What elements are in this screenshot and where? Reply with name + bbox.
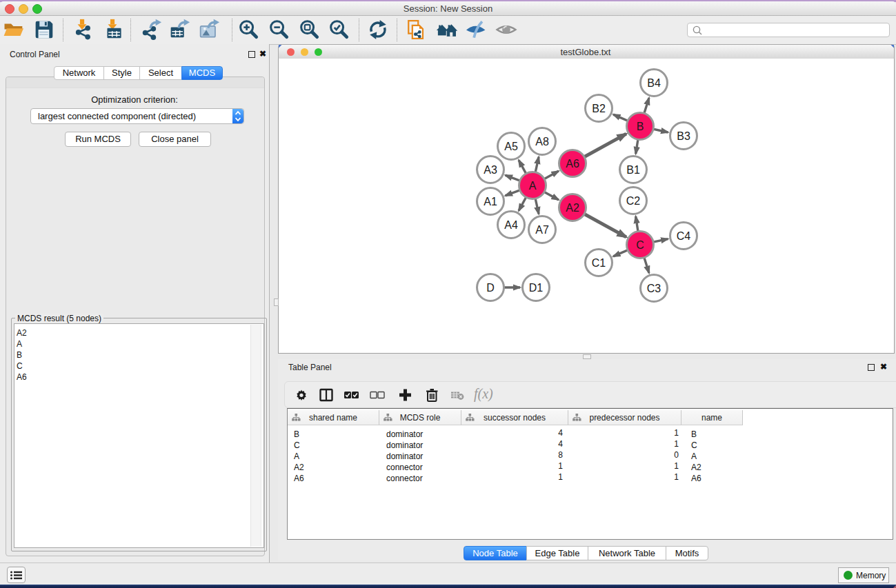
svg-text:B: B bbox=[637, 121, 644, 132]
svg-text:D1: D1 bbox=[529, 282, 544, 294]
svg-text:C: C bbox=[636, 239, 644, 251]
svg-text:A4: A4 bbox=[504, 219, 518, 231]
svg-text:C4: C4 bbox=[677, 230, 691, 242]
svg-text:A2: A2 bbox=[566, 202, 579, 214]
svg-text:A8: A8 bbox=[535, 136, 549, 148]
svg-text:C1: C1 bbox=[592, 257, 606, 269]
svg-text:C3: C3 bbox=[647, 283, 661, 294]
svg-text:D: D bbox=[486, 282, 495, 294]
svg-text:B3: B3 bbox=[677, 130, 690, 142]
svg-text:B4: B4 bbox=[647, 77, 661, 89]
svg-text:A3: A3 bbox=[484, 164, 497, 176]
svg-text:B2: B2 bbox=[592, 103, 606, 114]
svg-text:A1: A1 bbox=[484, 196, 497, 207]
svg-text:A7: A7 bbox=[535, 224, 549, 236]
svg-text:B1: B1 bbox=[626, 164, 640, 176]
svg-text:A: A bbox=[529, 180, 537, 192]
svg-text:A5: A5 bbox=[504, 141, 518, 152]
svg-text:C2: C2 bbox=[626, 195, 641, 207]
svg-text:A6: A6 bbox=[566, 158, 579, 170]
